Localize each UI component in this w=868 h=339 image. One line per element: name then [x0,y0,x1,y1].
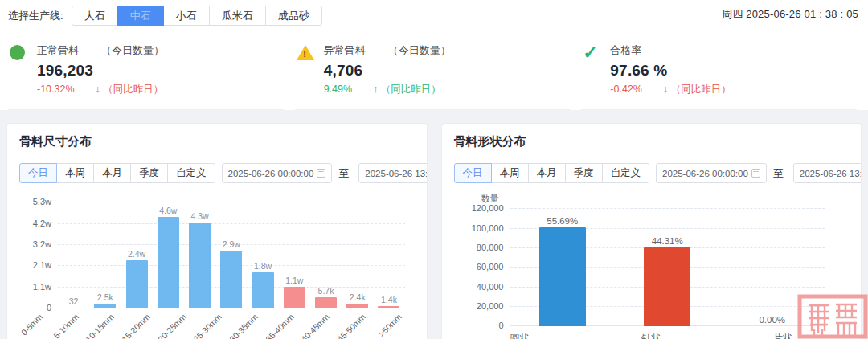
y-tick-label: 20,000 [477,302,504,310]
bar-value-label: 5.7k [318,286,334,296]
production-line-label: 选择生产线: [8,9,63,23]
date-from-input[interactable]: 2025-06-26 00:00:00 [222,163,333,183]
bar-value-label: 1.4k [381,295,397,304]
panel-aggregate-size-distribution: 骨料尺寸分布 今日 本周 本月 季度 自定义 2025-06-26 00:00:… [6,123,428,339]
x-labels: 圆状针状片状 [454,326,850,339]
bar-value-label: 2.5k [97,292,113,302]
y-tick-label: 120,000 [472,204,504,212]
stat-value: 97.66 % [610,62,857,80]
bar-slot: 5.7k [310,286,342,308]
bar-slot: 32 [58,296,89,308]
bar[interactable] [315,297,337,308]
bar-slot: 55.69% [510,216,616,326]
bar-slot: 2.4w [121,249,152,308]
bar[interactable] [252,272,274,308]
stat-sublabel: （今日数量） [101,44,164,56]
stat-name: 正常骨料 [37,44,79,56]
bar[interactable] [189,223,211,308]
trend-up-arrow-icon: ↑ [373,84,378,95]
range-tab-custom[interactable]: 自定义 [167,163,215,183]
x-labels: 0-5mm5-10mm10-15mm15-20mm20-25mm25-30mm3… [19,308,415,339]
range-tab-week[interactable]: 本周 [491,163,529,183]
range-tab-today[interactable]: 今日 [454,163,492,183]
bar[interactable] [220,251,242,308]
plot-area: 01.1w2.1w3.2w4.2w5.3w322.5k2.4w4.6w4.3w2… [58,202,405,308]
trend-down-arrow-icon: ↓ [96,84,100,95]
bar-slot: 44.31% [615,236,720,326]
y-tick-label: 3.2w [33,240,51,248]
y-tick-label: 40,000 [477,283,504,291]
bar-slot: 1.8w [247,261,278,308]
production-line-tab-xiaoshi[interactable]: 小石 [163,6,210,26]
production-line-tab-chengpinsha[interactable]: 成品砂 [265,6,322,26]
bar-value-label: 2.9w [223,239,240,249]
watermark-stamp [797,294,868,339]
range-tab-month[interactable]: 本月 [93,163,131,183]
bar-slot: 2.5k [89,292,121,308]
date-from-input[interactable]: 2025-06-26 00:00:00 [656,163,767,183]
calendar-icon[interactable] [317,169,326,178]
range-tab-quarter[interactable]: 季度 [565,163,603,183]
stats-row: 正常骨料（今日数量） 196,203 -10.32%↓ （同比昨日） ! 异常骨… [0,29,868,110]
plot-area: 数量020,00040,00060,00080,000100,000120,00… [510,209,825,326]
stat-note: （同比昨日） [381,84,441,95]
bar[interactable] [126,260,148,308]
green-dot-icon [10,43,37,60]
bar-value-label: 44.31% [652,236,683,246]
stat-change: 9.49% [324,84,352,95]
bar[interactable] [644,247,690,326]
y-tick-label: 2.1w [33,261,51,269]
stat-note: （同比昨日） [103,84,163,95]
bar[interactable] [284,287,305,308]
date-from-value: 2025-06-26 00:00:00 [662,169,748,178]
current-datetime: 周四 2025-06-26 01 : 38 : 05 [722,7,858,22]
y-tick-label: 5.3w [33,198,51,206]
to-label: 至 [338,166,349,181]
shape-distribution-chart: 数量020,00040,00060,00080,000100,000120,00… [454,209,850,339]
stat-value: 4,706 [324,62,571,80]
y-tick-label: 100,000 [472,224,504,232]
range-tab-week[interactable]: 本周 [56,163,94,183]
bar[interactable] [539,227,586,326]
x-tick-label: >50mm [379,308,415,339]
production-line-tab-guamishi[interactable]: 瓜米石 [209,6,266,26]
bar-value-label: 4.3w [190,211,208,221]
stat-change: -10.32% [37,84,75,95]
bar-value-label: 32 [69,296,79,306]
stat-abnormal-aggregate: ! 异常骨料（今日数量） 4,706 9.49%↑ （同比昨日） [295,40,571,110]
stat-note: （同比昨日） [671,84,731,95]
date-to-value: 2025-06-26 13:36:51 [800,169,862,178]
bar-slot: 2.4k [342,292,373,308]
bar-value-label: 4.6w [159,206,177,215]
production-line-tab-zhongshi[interactable]: 中石 [117,6,164,26]
panel-controls: 今日 本周 本月 季度 自定义 2025-06-26 00:00:00 至 20… [19,157,415,190]
x-tick-label: 圆状 [454,326,586,339]
range-tab-month[interactable]: 本月 [528,163,566,183]
calendar-icon[interactable] [751,169,760,178]
panel-controls: 今日 本周 本月 季度 自定义 2025-06-26 00:00:00 至 20… [454,157,850,190]
bar-slot: 1.4k [373,295,404,308]
range-tab-quarter[interactable]: 季度 [130,163,168,183]
range-tab-custom[interactable]: 自定义 [602,163,650,183]
bar-slot: 4.6w [153,206,184,309]
stat-sublabel: （今日数量） [388,44,451,56]
trend-down-arrow-icon: ↓ [663,84,668,95]
bar-value-label: 0.00% [759,315,785,325]
y-tick-label: 80,000 [477,243,504,251]
bar-value-label: 1.8w [254,261,272,271]
stat-normal-aggregate: 正常骨料（今日数量） 196,203 -10.32%↓ （同比昨日） [8,40,284,110]
bar-value-label: 2.4k [350,292,366,302]
stat-pass-rate: ✓ 合格率 97.66 % -0.42%↓ （同比昨日） [581,40,857,110]
stat-name: 合格率 [610,44,641,56]
range-tab-today[interactable]: 今日 [19,163,57,183]
bar[interactable] [158,217,179,309]
x-tick-label: 针状 [585,326,717,339]
date-to-input[interactable]: 2025-06-26 13:36:51 [358,163,427,183]
to-label: 至 [773,166,784,181]
date-to-input[interactable]: 2025-06-26 13:36:51 [793,163,862,183]
range-tabs: 今日 本周 本月 季度 自定义 [454,163,650,183]
size-distribution-chart: 01.1w2.1w3.2w4.2w5.3w322.5k2.4w4.6w4.3w2… [19,202,415,339]
bars: 55.69%44.31%0.00% [510,194,825,326]
production-line-tab-dashi[interactable]: 大石 [72,6,118,26]
chart-panels: 骨料尺寸分布 今日 本周 本月 季度 自定义 2025-06-26 00:00:… [0,110,868,339]
